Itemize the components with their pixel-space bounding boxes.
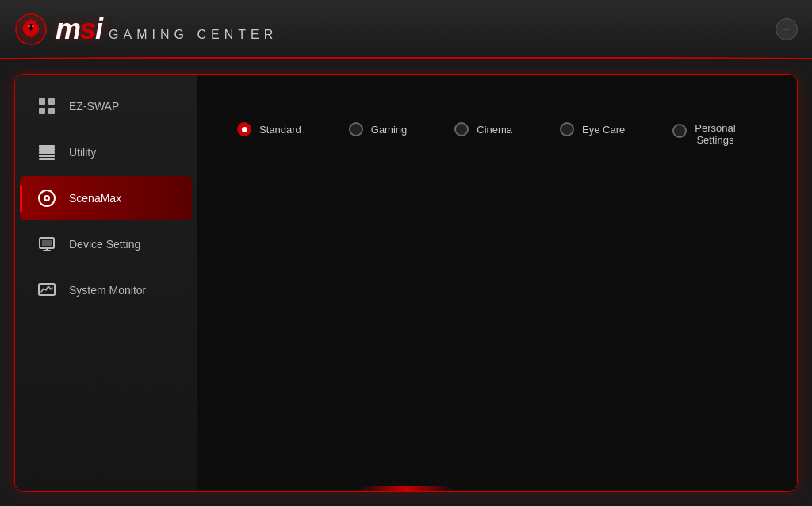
card-bottom-accent (358, 486, 454, 491)
sidebar-item-utility[interactable]: Utility (20, 130, 192, 174)
svg-rect-12 (39, 158, 55, 160)
svg-rect-9 (39, 148, 55, 151)
mode-cinema-label: Cinema (477, 124, 512, 136)
app-name: msi (56, 13, 102, 46)
sidebar-item-scenamax[interactable]: ScenaMax (20, 176, 192, 220)
mode-gaming[interactable]: Gaming (349, 122, 408, 136)
monitor-icon (36, 279, 58, 301)
sidebar-item-ez-swap[interactable]: EZ-SWAP (20, 84, 192, 128)
svg-rect-6 (39, 108, 45, 114)
radio-eye-care (560, 122, 574, 136)
sidebar-item-label: Utility (69, 146, 96, 159)
grid-icon (36, 95, 58, 117)
sidebar-item-label: System Monitor (69, 284, 146, 297)
svg-point-3 (32, 25, 34, 27)
svg-point-15 (46, 197, 48, 200)
mode-options: Standard Gaming Cinema Eye Care (229, 106, 765, 162)
mode-gaming-label: Gaming (371, 124, 408, 136)
mode-standard-label: Standard (259, 124, 301, 136)
svg-rect-8 (39, 145, 55, 148)
mode-eye-care[interactable]: Eye Care (560, 122, 625, 136)
eye-icon (36, 187, 58, 209)
radio-cinema (454, 122, 469, 136)
sidebar-item-label: EZ-SWAP (69, 100, 119, 113)
svg-rect-7 (48, 108, 55, 114)
sidebar-item-system-monitor[interactable]: System Monitor (20, 268, 192, 312)
mode-personal-label-wrap: Personal Settings (695, 122, 735, 146)
msi-dragon-icon (14, 13, 48, 46)
minimize-button[interactable]: − (776, 18, 798, 40)
mode-cinema[interactable]: Cinema (454, 122, 512, 136)
sidebar-item-label: Device Setting (69, 238, 140, 251)
device-icon (36, 233, 58, 255)
title-bar: msi GAMING CENTER − (0, 0, 812, 59)
svg-rect-17 (42, 240, 52, 246)
main-content: EZ-SWAP Utility (0, 59, 812, 506)
content-panel: Standard Gaming Cinema Eye Care (197, 75, 797, 491)
svg-rect-11 (39, 155, 55, 157)
svg-point-2 (28, 25, 30, 27)
app-card: EZ-SWAP Utility (14, 74, 798, 492)
mode-eye-care-label: Eye Care (582, 124, 625, 136)
app-subtitle: GAMING CENTER (109, 28, 278, 42)
mode-personal-label1: Personal (695, 122, 735, 134)
radio-personal-settings (672, 124, 687, 138)
radio-gaming (349, 122, 363, 136)
sidebar: EZ-SWAP Utility (15, 75, 197, 491)
utility-icon (36, 141, 58, 163)
sidebar-item-label: ScenaMax (69, 192, 121, 205)
logo-area: msi GAMING CENTER (14, 13, 278, 46)
svg-rect-4 (39, 98, 45, 105)
svg-rect-5 (48, 98, 55, 105)
mode-standard[interactable]: Standard (237, 122, 301, 136)
mode-personal-label2: Settings (696, 134, 733, 146)
radio-standard (237, 122, 251, 136)
svg-rect-10 (39, 151, 55, 154)
sidebar-item-device-setting[interactable]: Device Setting (20, 222, 192, 266)
mode-personal-settings[interactable]: Personal Settings (672, 122, 735, 146)
